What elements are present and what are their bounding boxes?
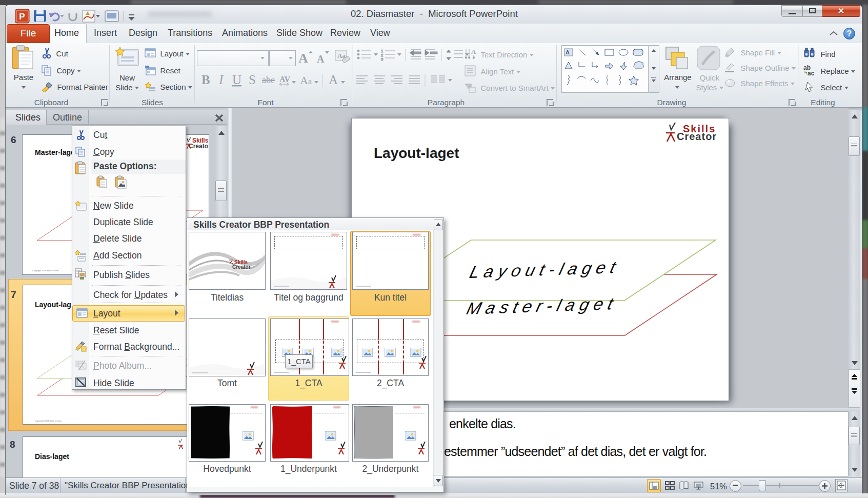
svg-text:ac: ac [808,70,815,76]
svg-text:U: U [232,73,241,87]
svg-text:3: 3 [381,57,383,62]
svg-text:S: S [249,73,256,87]
svg-text:AV: AV [279,75,290,84]
svg-text:Copyright 2008 Skills Creator: Copyright 2008 Skills Creator [35,420,62,422]
svg-text:I: I [218,73,224,87]
svg-text:A: A [317,53,325,65]
svg-text:B: B [201,73,210,87]
svg-text:A: A [471,48,476,55]
svg-text:Creator: Creator [189,143,208,150]
svg-text:A: A [298,51,308,66]
svg-text:Copyright 2008 Skills Creator: Copyright 2008 Skills Creator [32,269,59,272]
svg-text:a: a [308,77,312,86]
svg-text:A: A [566,49,570,55]
svg-text:Creator: Creator [232,264,251,270]
svg-text:abe: abe [262,75,275,85]
svg-text:A: A [300,74,308,87]
svg-text:A: A [329,73,338,87]
svg-text:P: P [19,12,25,22]
